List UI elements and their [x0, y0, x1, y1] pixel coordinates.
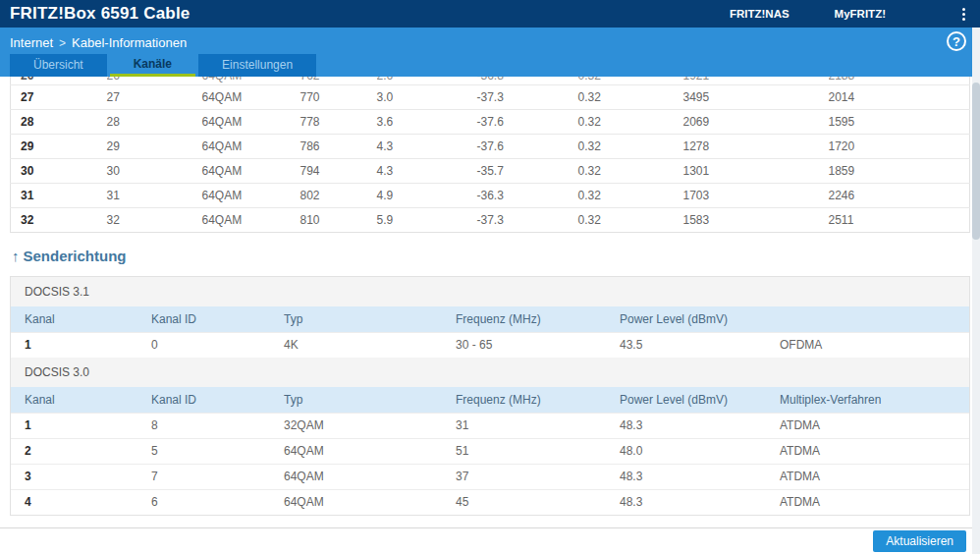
cell: 0.32 — [569, 110, 674, 135]
docsis30-table: Kanal Kanal ID Typ Frequenz (MHz) Power … — [11, 387, 969, 515]
cell: 0.32 — [569, 208, 674, 233]
cell: 0.32 — [569, 184, 674, 208]
docsis30-header-row: Kanal Kanal ID Typ Frequenz (MHz) Power … — [11, 387, 969, 413]
cell: 32 — [11, 208, 97, 233]
cell: 1720 — [819, 135, 970, 159]
help-icon[interactable]: ? — [947, 31, 966, 51]
tab-bar: Übersicht Kanäle Einstellungen — [10, 54, 316, 77]
cell: 31 — [11, 184, 97, 208]
cell: -37.3 — [467, 208, 569, 233]
cell: 2.6 — [367, 77, 467, 85]
cell: 28 — [97, 110, 192, 135]
cell: 64QAM — [192, 159, 291, 184]
column-header: Typ — [274, 306, 446, 332]
cell: -37.6 — [467, 135, 569, 159]
cell: 3.0 — [367, 85, 467, 110]
column-header: Frequenz (MHz) — [446, 306, 610, 332]
cell: 37 — [446, 464, 610, 489]
cell: 1 — [11, 413, 141, 438]
kebab-menu-icon[interactable] — [956, 5, 970, 23]
breadcrumb-section[interactable]: Internet — [10, 35, 53, 50]
top-bar: FRITZ!Box 6591 Cable FRITZ!NAS MyFRITZ! — [0, 0, 980, 28]
downstream-row: 32 32 64QAM 810 5.9 -37.3 0.32 1583 2511 — [11, 208, 970, 233]
cell: ATDMA — [770, 438, 969, 464]
scrollbar-track[interactable] — [972, 28, 980, 554]
cell: -37.6 — [467, 110, 569, 135]
cell: -36.3 — [467, 184, 569, 208]
docsis30-row: 4 6 64QAM 45 48.3 ATDMA — [11, 489, 969, 515]
downstream-row: 27 27 64QAM 770 3.0 -37.3 0.32 3495 2014 — [11, 85, 970, 110]
bottom-bar: Aktualisieren — [0, 527, 972, 554]
cell: 43.5 — [610, 332, 770, 358]
cell: 4 — [11, 489, 141, 515]
column-header: Kanal ID — [141, 387, 274, 413]
docsis31-row: 1 0 4K 30 - 65 43.5 OFDMA — [11, 332, 969, 358]
scrollbar-thumb[interactable] — [972, 83, 980, 240]
myfritz-link[interactable]: MyFRITZ! — [835, 8, 886, 20]
cell: 30 — [97, 159, 192, 184]
content-area: 26 26 64QAM 762 2.6 -36.8 0.32 1921 2188… — [0, 77, 980, 516]
cell: 1703 — [674, 184, 819, 208]
upstream-box: DOCSIS 3.1 Kanal Kanal ID Typ Frequenz (… — [10, 276, 970, 516]
cell: 29 — [97, 135, 192, 159]
refresh-button[interactable]: Aktualisieren — [873, 530, 966, 552]
cell: 762 — [291, 77, 367, 85]
tab-kanaele[interactable]: Kanäle — [110, 54, 195, 77]
sub-header: Internet>Kabel-Informationen ? Übersicht… — [0, 28, 980, 77]
tab-einstellungen[interactable]: Einstellungen — [198, 54, 316, 77]
downstream-row-partial: 26 26 64QAM 762 2.6 -36.8 0.32 1921 2188 — [11, 77, 970, 85]
downstream-row: 28 28 64QAM 778 3.6 -37.6 0.32 2069 1595 — [11, 110, 970, 135]
upstream-heading-label: Senderichtung — [24, 248, 127, 264]
docsis30-row: 3 7 64QAM 37 48.3 ATDMA — [11, 464, 969, 489]
docsis30-row: 2 5 64QAM 51 48.0 ATDMA — [11, 438, 969, 464]
column-header: Kanal — [11, 387, 141, 413]
cell: 4K — [274, 332, 446, 358]
cell: 2014 — [819, 85, 970, 110]
column-header: Kanal — [11, 306, 141, 332]
cell: 64QAM — [274, 489, 446, 515]
cell: 0.32 — [569, 135, 674, 159]
cell: 3 — [11, 464, 141, 489]
column-header: Frequenz (MHz) — [446, 387, 610, 413]
cell: 6 — [141, 489, 274, 515]
cell: 64QAM — [192, 77, 291, 85]
cell: 8 — [141, 413, 274, 438]
cell: 3495 — [674, 85, 819, 110]
cell: 30 - 65 — [446, 332, 610, 358]
cell: 0.32 — [569, 159, 674, 184]
column-header: Multiplex-Verfahren — [770, 387, 969, 413]
cell: 31 — [97, 184, 192, 208]
cell: 64QAM — [192, 208, 291, 233]
cell: 1921 — [674, 77, 819, 85]
downstream-row: 31 31 64QAM 802 4.9 -36.3 0.32 1703 2246 — [11, 184, 970, 208]
cell: 30 — [11, 159, 97, 184]
cell: 2246 — [819, 184, 970, 208]
docsis30-section-label: DOCSIS 3.0 — [11, 358, 969, 387]
cell: 2188 — [819, 77, 970, 85]
fritznas-link[interactable]: FRITZ!NAS — [730, 8, 789, 20]
docsis31-section-label: DOCSIS 3.1 — [11, 277, 969, 306]
cell: 27 — [11, 85, 97, 110]
top-nav: FRITZ!NAS MyFRITZ! — [730, 8, 970, 20]
cell: 31 — [446, 413, 610, 438]
cell: 26 — [11, 77, 97, 85]
cell: 48.3 — [610, 489, 770, 515]
cell: 810 — [291, 208, 367, 233]
cell: 26 — [97, 77, 192, 85]
cell: 1583 — [674, 208, 819, 233]
downstream-row: 30 30 64QAM 794 4.3 -35.7 0.32 1301 1859 — [11, 159, 970, 184]
column-header: Kanal ID — [141, 306, 274, 332]
cell: 64QAM — [274, 438, 446, 464]
cell: 64QAM — [192, 110, 291, 135]
column-header: Power Level (dBmV) — [610, 306, 770, 332]
cell: 2 — [11, 438, 141, 464]
page-title: Kabel-Informationen — [72, 35, 187, 50]
cell: 0 — [141, 332, 274, 358]
cell: 27 — [97, 85, 192, 110]
cell: 51 — [446, 438, 610, 464]
tab-uebersicht[interactable]: Übersicht — [10, 54, 107, 77]
downstream-table: 26 26 64QAM 762 2.6 -36.8 0.32 1921 2188… — [10, 77, 970, 233]
cell: 45 — [446, 489, 610, 515]
docsis30-row: 1 8 32QAM 31 48.3 ATDMA — [11, 413, 969, 438]
cell: 1301 — [674, 159, 819, 184]
